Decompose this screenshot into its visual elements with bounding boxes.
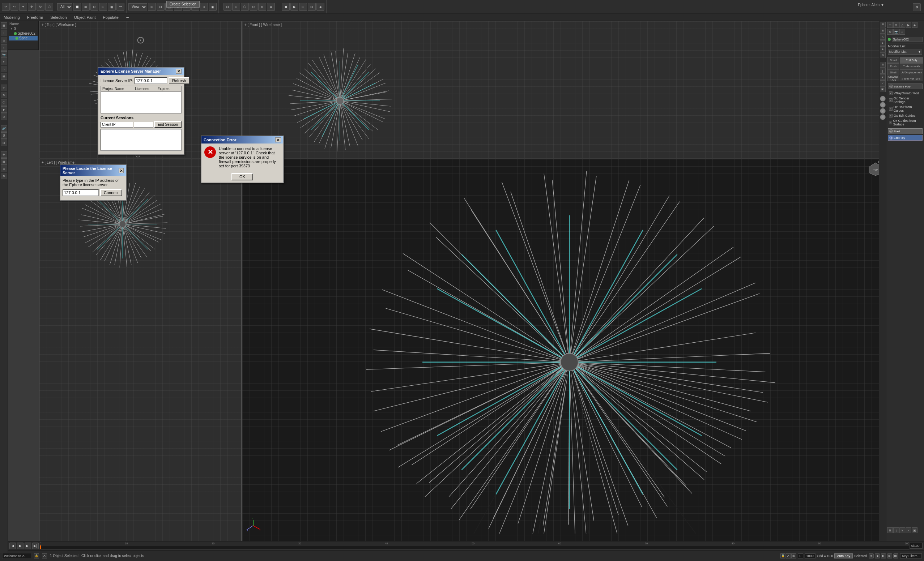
viewport-top-right[interactable]: + [ Front ] [ Wireframe ] [242,21,886,158]
move-btn[interactable]: ✛ [28,3,36,11]
lock-icon2[interactable]: 🔒 [780,554,786,558]
spinner-btn[interactable]: ⊙ [90,3,98,11]
anim-btn5[interactable]: ⊕ [258,3,266,11]
scale-btn[interactable]: ⬡ [45,3,53,11]
render-btn3[interactable]: ⊞ [299,3,307,11]
key-filter[interactable]: Key Filters... [900,554,922,558]
tool-select2[interactable]: ▶ [1,106,7,113]
viewport-select[interactable]: View [128,3,147,10]
rt-hierarchy[interactable]: △ [880,34,886,40]
mod-btn-unwrap[interactable]: Unwrap UVs [887,76,899,81]
anim-btn6[interactable]: ◈ [267,3,275,11]
timeline-bar[interactable] [40,545,909,549]
connection-dialog-titlebar[interactable]: Connection Error ✕ [201,136,283,144]
panel-bot-icon1[interactable]: ⊟ [887,527,893,533]
rt-tool5[interactable]: ▣ [880,87,886,92]
rt-modify[interactable]: ⊞ [880,28,886,34]
tree-item-0[interactable]: ⬤ Sphere002 [9,31,38,36]
menu-modeling[interactable]: Modeling [0,15,24,20]
panel-env-icon[interactable]: ☼ [899,29,905,35]
render-btn4[interactable]: ⊡ [308,3,316,11]
mod-check-oxrender[interactable]: ✓ [889,98,892,102]
anim-btn3[interactable]: ⬡ [241,3,249,11]
render-btn5[interactable]: ◈ [316,3,324,11]
tool-create[interactable]: + [1,30,7,36]
redo-btn[interactable]: ↪ [10,3,18,11]
prev-frame-btn[interactable]: ◀ [9,543,16,549]
settings-btn[interactable]: ⚙ [912,3,921,12]
rt-sphere3[interactable]: ⊙ [880,108,886,114]
panel-utility-icon[interactable]: ⚙ [887,29,893,35]
viewport-btn2[interactable]: ⊡ [157,3,165,11]
viewport-btn8[interactable]: ▣ [208,3,217,11]
menu-populate[interactable]: Populate [99,15,122,20]
mod-btn-fur[interactable]: # and Fur (WS) [900,76,924,81]
tool-shapes[interactable]: △ [1,37,7,43]
tool-bind[interactable]: ⊟ [1,139,7,146]
editable-poly-item[interactable]: ⊙ Editable Poly [888,84,922,89]
status-icon2[interactable]: A [786,554,791,558]
next-frame-btn[interactable]: ▶| [25,543,31,549]
mod-btn-shell[interactable]: Shell [887,69,899,75]
tool-unlink[interactable]: ⛓ [1,132,7,139]
mod-btn-push[interactable]: Push [887,63,899,69]
tool-utilities[interactable]: ⚙ [1,173,7,179]
play-right[interactable]: ▶ [881,554,886,558]
locate-dialog[interactable]: Please Locate the License Server ✕ Pleas… [60,165,127,200]
mod-btn-editpoly[interactable]: Edit Poly [900,57,924,63]
tool-helpers[interactable]: ✦ [1,58,7,65]
tool-link[interactable]: 🔗 [1,125,7,132]
tool-select[interactable]: ☰ [1,22,7,29]
ok-button[interactable]: OK [231,173,253,180]
mod-check-oxedit[interactable]: ✓ [889,114,892,117]
tool-move[interactable]: ✛ [1,85,7,91]
rt-tool4[interactable]: ✓ [880,80,886,86]
rt-display[interactable]: ◈ [880,46,886,52]
align-btn[interactable]: ▦ [108,3,116,11]
reference-coord[interactable]: All [57,3,72,10]
rt-tool1[interactable]: ⊟ [880,62,886,67]
tool-display[interactable]: ◈ [1,166,7,172]
menu-selection[interactable]: Selection [46,15,70,20]
mod-oxhair[interactable]: ✓ Ox Hair from Guides [888,105,922,113]
locate-dialog-titlebar[interactable]: Please Locate the License Server ✕ [60,165,126,176]
tool-scale2[interactable]: ⬡ [1,99,7,106]
panel-bot-icon4[interactable]: ✓ [906,527,911,533]
menu-freeform[interactable]: Freeform [24,15,47,20]
rt-tool2[interactable]: | [880,68,886,74]
end-session-btn[interactable]: End Session [154,121,182,128]
panel-bot-icon5[interactable]: ▣ [912,527,918,533]
timeline-track[interactable]: 0 10 20 30 40 50 60 70 80 90 100 [40,542,909,549]
license-dialog-titlebar[interactable]: Ephere License Server Manager ✕ [98,67,184,75]
viewport-btn1[interactable]: ⊞ [148,3,156,11]
tool-spacewarps[interactable]: 〜 [1,66,7,72]
object-color-dot[interactable] [888,38,891,41]
mod-btn-uvdisp[interactable]: UVDisplacement [900,69,924,75]
mod-oxedit[interactable]: ✓ Ox Edit Guides [888,113,922,118]
create-selection-button[interactable]: Create Selection [166,1,200,7]
rotate-btn[interactable]: ↻ [36,3,45,11]
mod-oxrender[interactable]: ✓ Ox Render Settings [888,96,922,105]
tool-cameras[interactable]: 📷 [1,51,7,58]
tool-rotate[interactable]: ↻ [1,92,7,98]
render-btn1[interactable]: ◼ [282,3,290,11]
shell-item[interactable]: ⊙ Shell [888,128,922,134]
tool-systems[interactable]: ⊞ [1,73,7,79]
mod-check-vray[interactable]: ✓ [889,91,892,95]
locate-dialog-close[interactable]: ✕ [118,168,124,173]
panel-create-icon[interactable]: ☰ [887,22,893,28]
mod-check-oxguides[interactable]: ✓ [889,121,892,124]
auto-key-btn[interactable]: Auto Key [834,554,853,558]
license-server-dialog[interactable]: Ephere License Server Manager ✕ Licence … [98,67,184,155]
status-icon3[interactable]: ⊞ [791,554,796,558]
timeline-cursor[interactable] [40,546,41,549]
current-frame[interactable]: 0/100 [910,543,922,549]
modifier-dropdown[interactable]: Modifier List ▼ [888,49,922,55]
rt-sphere4[interactable]: ⊙ [880,114,886,120]
tool-lights[interactable]: ☼ [1,44,7,51]
select-btn[interactable]: ✦ [19,3,27,11]
menu-object-paint[interactable]: Object Paint [70,15,99,20]
rt-sphere2[interactable]: ⊙ [880,102,886,108]
menu-extra[interactable]: ··· [122,15,133,20]
refresh-button[interactable]: Refresh [168,77,190,84]
